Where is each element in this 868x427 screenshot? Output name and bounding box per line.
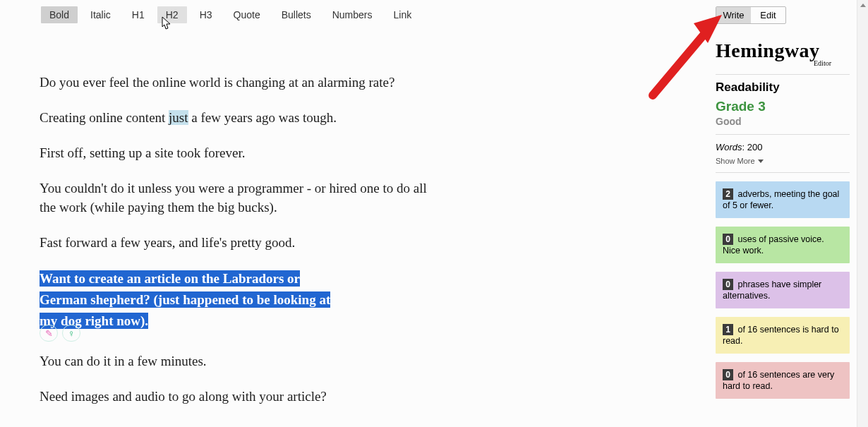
h1-button[interactable]: H1: [123, 6, 153, 23]
link-button[interactable]: Link: [385, 6, 421, 23]
numbers-button[interactable]: Numbers: [324, 6, 381, 23]
selected-text: Want to create an article on the Labrado…: [40, 268, 435, 332]
paragraph: Fast forward a few years, and life's pre…: [40, 233, 435, 252]
readability-rating: Good: [716, 116, 850, 127]
divider: [716, 134, 850, 135]
bold-button[interactable]: Bold: [41, 6, 78, 23]
show-more-button[interactable]: Show More: [716, 157, 850, 165]
divider: [716, 74, 850, 75]
passive-voice-card: 0 uses of passive voice. Nice work.: [716, 227, 850, 263]
italic-button[interactable]: Italic: [82, 6, 119, 23]
chevron-down-icon: [758, 160, 764, 163]
adverb-highlight: just: [169, 110, 188, 125]
paragraph: You couldn't do it unless you were a pro…: [40, 179, 435, 217]
edit-mode-button[interactable]: Edit: [751, 7, 785, 23]
scrollbar[interactable]: [857, 0, 868, 427]
divider: [716, 172, 850, 173]
edit-pill-icon[interactable]: ✎: [40, 325, 58, 342]
paragraph: You can do it in a few minutes.: [40, 351, 435, 371]
paragraph: Do you ever feel the online world is cha…: [40, 73, 435, 92]
count-badge: 2: [723, 188, 733, 200]
write-mode-button[interactable]: Write: [716, 7, 751, 23]
formatting-toolbar: Bold Italic H1 H2 H3 Quote Bullets Numbe…: [41, 6, 424, 23]
scroll-up-icon: [860, 4, 866, 7]
word-count: Words: 200: [716, 142, 850, 152]
paragraph: Hit a button and boom - it's ready to pu…: [40, 422, 435, 427]
adverbs-card: 2 adverbs, meeting the goal of 5 or fewe…: [716, 181, 850, 218]
count-badge: 0: [723, 279, 733, 290]
simpler-phrases-card: 0 phrases have simpler alternatives.: [716, 272, 850, 308]
paragraph: First off, setting up a site took foreve…: [40, 143, 435, 162]
brand-logo: Hemingway Editor: [716, 40, 850, 67]
readability-grade: Grade 3: [716, 99, 850, 114]
sidebar: Write Edit Hemingway Editor Readability …: [716, 6, 850, 399]
count-badge: 0: [723, 369, 733, 380]
h2-button[interactable]: H2: [157, 6, 187, 23]
paragraph: Creating online content just a few years…: [40, 108, 435, 127]
suggest-pill-icon[interactable]: ♀: [62, 325, 80, 342]
count-badge: 0: [723, 234, 733, 245]
bullets-button[interactable]: Bullets: [273, 6, 320, 23]
h3-button[interactable]: H3: [191, 6, 221, 23]
mode-toggle: Write Edit: [716, 6, 786, 24]
quote-button[interactable]: Quote: [225, 6, 269, 23]
paragraph: Need images and audio to go along with y…: [40, 387, 435, 406]
readability-title: Readability: [716, 80, 850, 95]
hard-sentences-card: 1 of 16 sentences is hard to read.: [716, 317, 850, 354]
count-badge: 1: [723, 324, 733, 335]
editor-content[interactable]: Do you ever feel the online world is cha…: [40, 73, 435, 427]
very-hard-sentences-card: 0 of 16 sentences are very hard to read.: [716, 362, 850, 399]
svg-line-0: [653, 28, 709, 95]
